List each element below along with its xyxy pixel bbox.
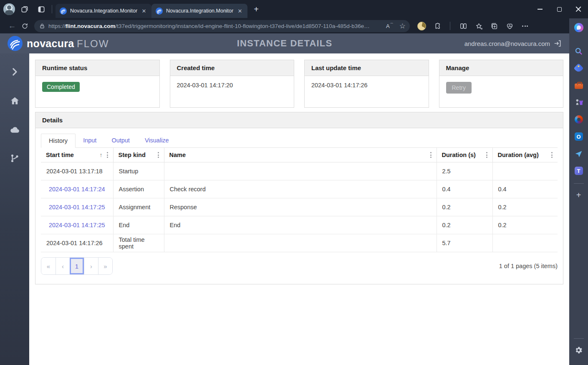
edge-sidebar: O T +	[569, 18, 588, 365]
minimize-button[interactable]	[530, 0, 550, 18]
runtime-status-card: Runtime status Completed	[35, 60, 160, 108]
column-header-step-kind[interactable]: Step kind	[113, 148, 164, 162]
tools-icon[interactable]	[572, 79, 585, 91]
games-icon[interactable]	[572, 96, 585, 109]
next-page-button[interactable]: ›	[84, 258, 98, 274]
expand-sidebar-icon[interactable]	[7, 66, 22, 78]
tab-input[interactable]: Input	[76, 134, 104, 147]
teams-icon[interactable]: T	[572, 165, 585, 177]
app-sidebar	[0, 53, 29, 365]
current-page-button[interactable]: 1	[70, 258, 84, 274]
card-title: Runtime status	[35, 60, 159, 76]
split-screen-icon[interactable]	[457, 19, 469, 33]
customize-sidebar-button[interactable]: +	[572, 189, 585, 201]
novacura-favicon	[156, 8, 163, 15]
browser-tab-2-active[interactable]: Novacura.Integration.Monitor ✕	[151, 4, 247, 18]
start-time-link[interactable]: 2024-03-01 14:17:24	[49, 186, 105, 193]
browser-tab-1[interactable]: Novacura.Integration.Monitor ✕	[56, 4, 151, 18]
outlook-icon[interactable]: O	[572, 130, 585, 143]
browser-tab-bar: Novacura.Integration.Monitor ✕ Novacura.…	[0, 0, 588, 18]
created-time-value: 2024-03-01 14:17:20	[170, 76, 294, 107]
cell-start-time: 2024-03-01 14:17:26	[41, 234, 113, 252]
column-menu-icon[interactable]	[158, 152, 159, 158]
drop-icon[interactable]	[572, 147, 585, 160]
url-text: https://flint.novacura.com/t37ed/trigger…	[48, 23, 382, 29]
column-menu-icon[interactable]	[107, 152, 108, 158]
cell-duration-avg	[492, 162, 558, 180]
retry-button[interactable]: Retry	[446, 82, 472, 94]
more-options-icon[interactable]	[519, 19, 531, 33]
cell-start-time: 2024-03-01 13:17:18	[41, 162, 113, 180]
new-tab-button[interactable]: +	[250, 3, 262, 15]
column-header-duration-avg[interactable]: Duration (avg)	[492, 148, 558, 162]
last-page-button[interactable]: »	[98, 258, 112, 274]
workspaces-icon[interactable]	[18, 3, 32, 16]
search-icon[interactable]	[572, 45, 585, 57]
browser-address-bar: ← https://flint.novacura.com/t37ed/trigg…	[0, 18, 569, 33]
maximize-button[interactable]	[550, 0, 569, 18]
bookmark-star-icon[interactable]: ☆	[399, 22, 406, 30]
column-header-duration[interactable]: Duration (s)	[437, 148, 492, 162]
browser-profile-avatar[interactable]	[3, 3, 15, 15]
extensions-puzzle-icon[interactable]	[431, 19, 443, 33]
back-icon[interactable]: ←	[6, 21, 18, 30]
novacura-logo-icon	[8, 36, 23, 51]
maximize-icon	[557, 7, 562, 12]
cell-name: Response	[164, 198, 437, 216]
cell-duration-avg	[492, 234, 558, 252]
tab-output[interactable]: Output	[104, 134, 137, 147]
start-time-link[interactable]: 2024-03-01 14:17:25	[49, 222, 105, 228]
column-menu-icon[interactable]	[430, 152, 432, 158]
close-tab-icon[interactable]: ✕	[236, 7, 244, 15]
cell-name: Check record	[164, 180, 437, 198]
cell-name	[164, 162, 437, 180]
column-header-start-time[interactable]: Start time ↑	[41, 148, 113, 162]
tabbar-divider	[52, 5, 52, 13]
logout-icon[interactable]	[553, 39, 562, 48]
close-tab-icon[interactable]: ✕	[140, 7, 148, 15]
shopping-icon[interactable]	[572, 62, 585, 74]
minimize-icon	[538, 9, 543, 10]
app-header: novacura FLOW INSTANCE DETAILS andreas.c…	[0, 33, 569, 53]
cell-duration: 0.2	[437, 198, 492, 216]
first-page-button[interactable]: «	[41, 258, 56, 274]
table-row: 2024-03-01 13:17:18 Startup 2.5	[41, 162, 558, 180]
prev-page-button[interactable]: ‹	[56, 258, 70, 274]
refresh-icon[interactable]	[18, 23, 31, 30]
integrations-branch-icon[interactable]	[7, 152, 22, 164]
card-title: Created time	[170, 60, 294, 76]
column-menu-icon[interactable]	[486, 152, 487, 158]
read-aloud-icon[interactable]: A⌒	[386, 22, 394, 29]
home-icon[interactable]	[7, 95, 22, 106]
table-row: 2024-03-01 14:17:25 Assignment Response …	[41, 198, 558, 216]
card-title: Manage	[439, 60, 563, 76]
tab-actions-icon[interactable]	[34, 3, 48, 16]
settings-gear-icon[interactable]	[572, 344, 585, 356]
tab-visualize[interactable]: Visualize	[137, 134, 177, 147]
cloud-icon[interactable]	[7, 124, 22, 135]
table-row: 2024-03-01 14:17:26 Total time spent 5.7	[41, 234, 558, 252]
microsoft-365-icon[interactable]	[572, 113, 585, 126]
extension-user-icon[interactable]	[416, 19, 427, 33]
url-field[interactable]: https://flint.novacura.com/t37ed/trigger…	[34, 20, 410, 32]
manage-card: Manage Retry	[439, 60, 564, 108]
favorites-icon[interactable]	[473, 19, 485, 33]
created-time-card: Created time 2024-03-01 14:17:20	[170, 60, 295, 108]
close-button[interactable]	[569, 0, 588, 18]
column-header-name[interactable]: Name	[164, 148, 437, 162]
sidebar-divider	[574, 338, 584, 339]
close-icon	[575, 6, 581, 12]
toolbar-divider	[450, 22, 450, 30]
card-title: Last update time	[305, 60, 429, 76]
cell-duration: 2.5	[437, 162, 492, 180]
brand-name: novacura	[27, 38, 74, 49]
cell-duration: 0.2	[437, 216, 492, 234]
start-time-link[interactable]: 2024-03-01 14:17:25	[49, 204, 105, 210]
lock-icon[interactable]	[39, 23, 45, 29]
tab-history[interactable]: History	[41, 134, 76, 148]
collections-icon[interactable]	[488, 19, 500, 33]
copilot-icon[interactable]	[572, 21, 585, 34]
history-table: Start time ↑ Step kind Name	[41, 148, 558, 252]
column-menu-icon[interactable]	[551, 152, 553, 158]
browser-essentials-icon[interactable]	[504, 19, 515, 33]
